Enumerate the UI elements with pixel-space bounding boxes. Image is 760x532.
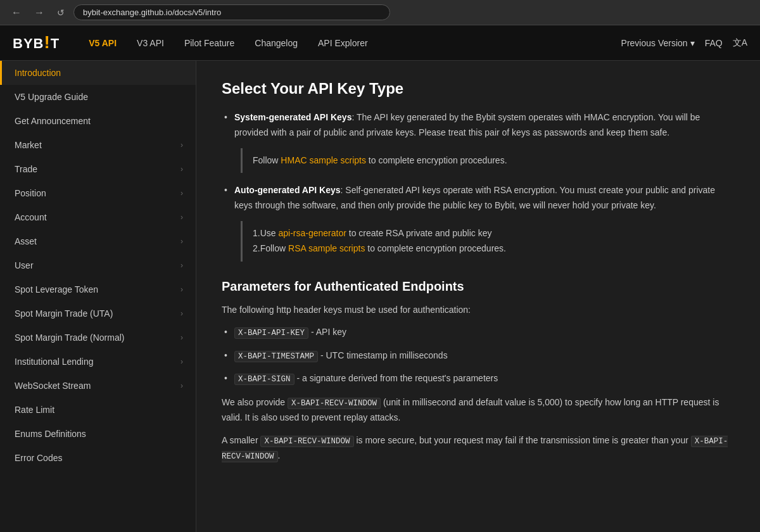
- sidebar-item-label: Spot Margin Trade (Normal): [15, 332, 125, 343]
- nav-changelog[interactable]: Changelog: [244, 34, 308, 52]
- sidebar-item-spot-margin-uta[interactable]: Spot Margin Trade (UTA) ›: [0, 301, 196, 326]
- sidebar-item-introduction[interactable]: Introduction: [0, 61, 196, 85]
- param2-code: X-BAPI-TIMESTAMP: [234, 351, 318, 362]
- bullet2-title: Auto-generated API Keys: [234, 185, 341, 195]
- nav-v5api[interactable]: V5 API: [79, 34, 127, 52]
- previous-version-button[interactable]: Previous Version ▾: [621, 38, 695, 48]
- chevron-right-icon: ›: [180, 309, 183, 318]
- blockquote1-suffix: to complete encryption procedures.: [366, 155, 507, 165]
- sidebar-item-rate-limit[interactable]: Rate Limit: [0, 398, 196, 422]
- nav-v3api[interactable]: V3 API: [127, 34, 174, 52]
- forward-button[interactable]: →: [30, 4, 48, 21]
- recv-window-code-2: X-BAPI-RECV-WINDOW: [260, 436, 353, 447]
- sidebar-item-get-announcement[interactable]: Get Announcement: [0, 109, 196, 133]
- param3-text: - a signature derived from the request's…: [294, 373, 498, 383]
- nav-links: V5 API V3 API Pilot Feature Changelog AP…: [79, 34, 621, 52]
- sidebar-item-websocket-stream[interactable]: WebSocket Stream ›: [0, 374, 196, 398]
- chevron-right-icon: ›: [180, 141, 183, 149]
- blockquote2-line2-prefix: 2.Follow: [253, 243, 288, 253]
- chevron-right-icon: ›: [180, 357, 183, 366]
- section2-intro: The following http header keys must be u…: [222, 303, 735, 318]
- sidebar-item-v5-upgrade-guide[interactable]: V5 Upgrade Guide: [0, 85, 196, 109]
- section2-p1-prefix: We also provide: [222, 397, 288, 407]
- sidebar-item-user[interactable]: User ›: [0, 253, 196, 277]
- sidebar-item-position[interactable]: Position ›: [0, 181, 196, 205]
- nav-right: Previous Version ▾ FAQ 文A: [621, 37, 747, 49]
- sidebar-item-spot-leverage-token[interactable]: Spot Leverage Token ›: [0, 277, 196, 301]
- sidebar-item-label: Error Codes: [15, 453, 62, 463]
- sidebar-item-asset[interactable]: Asset ›: [0, 229, 196, 253]
- chevron-down-icon: ▾: [690, 38, 695, 48]
- param-sign: X-BAPI-SIGN - a signature derived from t…: [222, 371, 735, 386]
- rsa-sample-scripts-link[interactable]: RSA sample scripts: [288, 243, 365, 253]
- blockquote1-prefix: Follow: [253, 155, 281, 165]
- params-list: X-BAPI-API-KEY - API key X-BAPI-TIMESTAM…: [222, 325, 735, 386]
- blockquote-rsa: 1.Use api-rsa-generator to create RSA pr…: [241, 221, 735, 262]
- sidebar-item-account[interactable]: Account ›: [0, 205, 196, 229]
- sidebar-item-label: Enums Definitions: [15, 429, 86, 439]
- section2-p2: A smaller X-BAPI-RECV-WINDOW is more sec…: [222, 433, 735, 464]
- chevron-right-icon: ›: [180, 213, 183, 222]
- blockquote-rsa-line2: 2.Follow RSA sample scripts to complete …: [253, 241, 725, 256]
- sidebar-item-label: Position: [15, 188, 46, 198]
- section2-p2-prefix: A smaller: [222, 435, 260, 445]
- sidebar-item-label: Spot Leverage Token: [15, 284, 98, 294]
- sidebar-item-label: Spot Margin Trade (UTA): [15, 308, 113, 319]
- logo: BYB!T: [13, 34, 60, 52]
- sidebar-item-enums-definitions[interactable]: Enums Definitions: [0, 422, 196, 446]
- recv-window-code-1: X-BAPI-RECV-WINDOW: [288, 398, 381, 409]
- page-title: Select Your API Key Type: [222, 80, 735, 98]
- sidebar-item-spot-margin-normal[interactable]: Spot Margin Trade (Normal) ›: [0, 326, 196, 350]
- sidebar-item-label: WebSocket Stream: [15, 381, 91, 391]
- language-button[interactable]: 文A: [733, 37, 747, 49]
- section2-p1: We also provide X-BAPI-RECV-WINDOW (unit…: [222, 395, 735, 426]
- sidebar-item-error-codes[interactable]: Error Codes: [0, 446, 196, 470]
- main-layout: Introduction V5 Upgrade Guide Get Announ…: [0, 61, 760, 532]
- param-timestamp: X-BAPI-TIMESTAMP - UTC timestamp in mill…: [222, 348, 735, 364]
- sidebar-item-market[interactable]: Market ›: [0, 133, 196, 157]
- sidebar-item-label: V5 Upgrade Guide: [15, 92, 88, 102]
- chevron-right-icon: ›: [180, 381, 183, 390]
- chevron-right-icon: ›: [180, 165, 183, 174]
- browser-bar: ← → ↺: [0, 0, 760, 25]
- nav-pilot-feature[interactable]: Pilot Feature: [174, 34, 244, 52]
- sidebar-item-label: Introduction: [15, 68, 61, 78]
- api-rsa-generator-link[interactable]: api-rsa-generator: [278, 228, 346, 238]
- param1-text: - API key: [308, 327, 346, 337]
- api-key-list: System-generated API Keys: The API key g…: [222, 110, 735, 262]
- blockquote2-line2-suffix: to complete encryption procedures.: [365, 243, 506, 253]
- address-bar[interactable]: [73, 4, 390, 20]
- main-content: Select Your API Key Type System-generate…: [196, 61, 760, 532]
- chevron-right-icon: ›: [180, 333, 183, 342]
- list-item-system-generated: System-generated API Keys: The API key g…: [222, 110, 735, 173]
- hmac-sample-scripts-link[interactable]: HMAC sample scripts: [281, 155, 366, 165]
- param1-code: X-BAPI-API-KEY: [234, 327, 308, 339]
- chevron-right-icon: ›: [180, 189, 183, 198]
- top-nav: BYB!T V5 API V3 API Pilot Feature Change…: [0, 25, 760, 61]
- nav-api-explorer[interactable]: API Explorer: [308, 34, 378, 52]
- sidebar-item-label: User: [15, 260, 34, 270]
- logo-text: BYB!T: [13, 34, 60, 52]
- sidebar-item-trade[interactable]: Trade ›: [0, 157, 196, 181]
- blockquote-hmac: Follow HMAC sample scripts to complete e…: [241, 148, 735, 174]
- chevron-right-icon: ›: [180, 261, 183, 270]
- faq-button[interactable]: FAQ: [705, 38, 723, 48]
- sidebar-item-label: Institutional Lending: [15, 357, 94, 367]
- back-button[interactable]: ←: [8, 4, 25, 21]
- sidebar-item-institutional-lending[interactable]: Institutional Lending ›: [0, 350, 196, 374]
- list-item-auto-generated: Auto-generated API Keys: Self-generated …: [222, 183, 735, 261]
- chevron-right-icon: ›: [180, 285, 183, 294]
- previous-version-label: Previous Version: [621, 38, 688, 48]
- sidebar-item-label: Market: [15, 140, 42, 150]
- reload-button[interactable]: ↺: [53, 5, 68, 20]
- sidebar: Introduction V5 Upgrade Guide Get Announ…: [0, 61, 196, 532]
- sidebar-item-label: Get Announcement: [15, 116, 91, 126]
- param3-code: X-BAPI-SIGN: [234, 374, 294, 385]
- sidebar-item-label: Rate Limit: [15, 405, 54, 415]
- section2-p2-end: .: [278, 450, 281, 460]
- blockquote2-line1-suffix: to create RSA private and public key: [346, 228, 492, 238]
- bullet1-title: System-generated API Keys: [234, 112, 352, 122]
- logo-dot: !: [44, 32, 50, 52]
- chevron-right-icon: ›: [180, 237, 183, 246]
- sidebar-item-label: Account: [15, 212, 47, 222]
